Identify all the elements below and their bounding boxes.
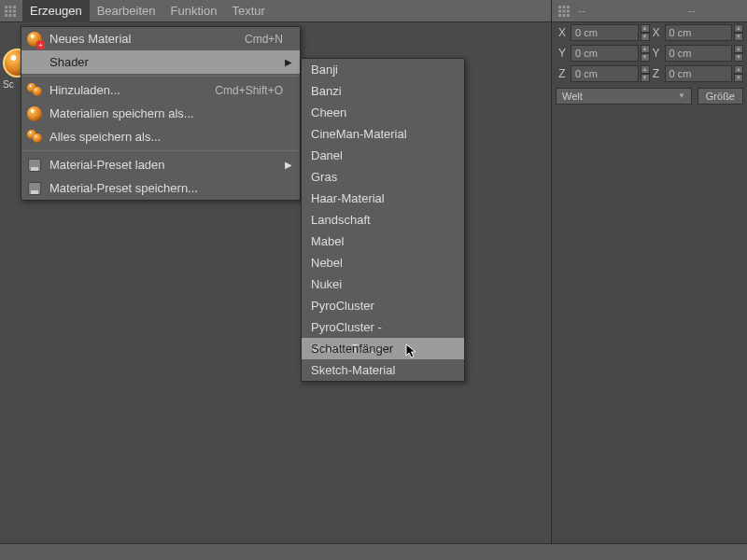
submenu-item-sketch-material[interactable]: Sketch-Material [302,359,464,381]
coord-system-dropdown-label: Welt [562,89,583,104]
grid-icon [4,5,17,18]
menu-item-label: Material-Preset laden [49,158,283,172]
submenu-item-nebel[interactable]: Nebel [302,252,464,273]
submenu-item-danel[interactable]: Danel [302,145,464,166]
header-placeholder-1: -- [578,5,585,18]
menu-item-hinzuladen-[interactable]: Hinzuladen...Cmd+Shift+O [21,78,300,102]
menu-item-materialien-speichern-als-[interactable]: Materialien speichern als... [21,102,300,125]
coord-field[interactable]: 0 cm [571,24,639,41]
coord-field[interactable]: 0 cm [665,24,733,41]
coord-row: X0 cm▲▼X0 cm▲▼ [552,22,747,43]
menu-item-label: Hinzuladen... [49,83,215,97]
menu-item-material-preset-laden[interactable]: Material-Preset laden▶ [21,153,300,176]
submenu-item-banji[interactable]: Banji [302,59,464,80]
coord-field[interactable]: 0 cm [571,65,639,82]
size-button[interactable]: Größe [698,88,743,105]
svg-rect-3 [5,9,7,12]
submenu-item-banzi[interactable]: Banzi [302,80,464,102]
status-bar [0,543,747,560]
svg-rect-7 [9,14,12,17]
spinner[interactable]: ▲▼ [641,45,650,62]
shader-submenu: BanjiBanziCheenCineMan-MaterialDanelGras… [301,58,465,382]
svg-rect-6 [5,14,7,17]
menubar-item-erzeugen[interactable]: Erzeugen [22,0,90,22]
axis-label: Y [650,47,663,60]
coord-field[interactable]: 0 cm [665,65,733,82]
menu-item-icon [25,128,44,147]
menu-item-label: Shader [49,55,283,69]
submenu-item-haar-material[interactable]: Haar-Material [302,188,464,209]
submenu-item-schattenf-nger[interactable]: Schattenfänger [302,338,464,359]
menu-item-icon [25,53,44,72]
spinner[interactable]: ▲▼ [734,24,743,41]
svg-rect-12 [558,9,561,12]
submenu-item-cineman-material[interactable]: CineMan-Material [302,123,464,145]
axis-label: Z [650,67,663,80]
submenu-item-nukei[interactable]: Nukei [302,273,464,295]
chevron-right-icon: ▶ [283,57,292,67]
menu-item-icon [25,156,44,175]
menubar-item-funktion[interactable]: Funktion [163,0,225,22]
coordinates-panel-header: -- -- [552,0,747,22]
menu-item-neues-material[interactable]: Neues MaterialCmd+N [21,27,300,50]
svg-rect-10 [563,6,566,8]
menu-item-icon [25,30,44,49]
spinner[interactable]: ▲▼ [734,45,743,62]
svg-rect-11 [567,6,570,8]
submenu-item-cheen[interactable]: Cheen [302,102,464,123]
menu-item-shortcut: Cmd+N [245,33,283,46]
svg-rect-0 [5,6,7,8]
submenu-item-gras[interactable]: Gras [302,166,464,188]
coord-field[interactable]: 0 cm [665,45,733,62]
coordinates-panel: -- -- X0 cm▲▼X0 cm▲▼Y0 cm▲▼Y0 cm▲▼Z0 cm▲… [551,0,747,560]
menu-item-alles-speichern-als-[interactable]: Alles speichern als... [21,125,300,148]
header-placeholder-2: -- [688,5,696,18]
submenu-item-mabel[interactable]: Mabel [302,231,464,252]
svg-rect-2 [13,6,16,8]
spinner[interactable]: ▲▼ [641,65,650,82]
grid-icon [557,5,571,18]
svg-rect-8 [13,14,16,17]
svg-rect-16 [563,14,566,17]
svg-rect-5 [13,9,16,12]
menu-item-shader[interactable]: Shader▶ [21,50,300,74]
menu-item-label: Neues Material [49,32,245,46]
menu-item-icon [25,81,44,100]
menubar-item-bearbeiten[interactable]: Bearbeiten [90,0,163,22]
coord-system-dropdown[interactable]: Welt ▼ [556,88,692,105]
spinner[interactable]: ▲▼ [734,65,743,82]
submenu-item-pyrocluster[interactable]: PyroCluster [302,295,464,316]
menu-separator [21,150,300,151]
svg-rect-1 [9,6,12,8]
svg-rect-17 [567,14,570,17]
menu-item-material-preset-speichern-[interactable]: Material-Preset speichern... [21,176,300,200]
menu-item-shortcut: Cmd+Shift+O [215,84,283,97]
menu-separator [21,76,300,77]
axis-label: X [556,26,569,39]
erzeugen-menu: Neues MaterialCmd+NShader▶Hinzuladen...C… [21,26,301,201]
svg-rect-14 [567,9,570,12]
chevron-down-icon: ▼ [678,89,685,104]
axis-label: Z [556,67,569,80]
coord-row: Y0 cm▲▼Y0 cm▲▼ [552,43,747,63]
menubar-item-textur[interactable]: Textur [224,0,272,22]
svg-rect-4 [9,9,12,12]
svg-rect-15 [558,14,561,17]
spinner[interactable]: ▲▼ [641,24,650,41]
svg-rect-9 [558,6,561,8]
menu-item-label: Materialien speichern als... [49,106,283,120]
svg-rect-13 [563,9,566,12]
menu-item-label: Alles speichern als... [49,130,283,144]
coord-row: Z0 cm▲▼Z0 cm▲▼ [552,63,747,84]
axis-label: Y [556,47,569,60]
submenu-item-pyrocluster-volumetracer[interactable]: PyroCluster - VolumeTracer [302,316,464,338]
menu-item-icon [25,179,44,198]
submenu-item-landschaft[interactable]: Landschaft [302,209,464,231]
axis-label: X [650,26,663,39]
menu-item-icon [25,105,44,123]
chevron-right-icon: ▶ [283,160,292,170]
menu-item-label: Material-Preset speichern... [49,181,283,195]
coord-field[interactable]: 0 cm [571,45,639,62]
